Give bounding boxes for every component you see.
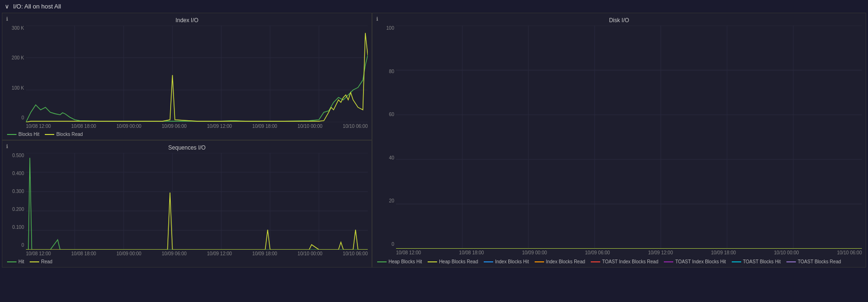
disk-io-y-axis: 100 80 60 40 20 0 — [376, 25, 396, 247]
sequences-io-panel: ℹ Sequences I/O 0.500 0.400 0.300 0.200 … — [2, 140, 372, 268]
disk-io-panel: ℹ Disk I/O 100 80 60 40 20 0 — [372, 13, 866, 268]
sequences-io-title: Sequences I/O — [6, 144, 368, 151]
index-io-panel: ℹ Index I/O 300 K 200 K 100 K 0 — [2, 13, 372, 140]
legend-blocks-read-line — [45, 134, 54, 135]
legend-toast-read: TOAST Blocks Read — [786, 259, 841, 264]
legend-toast-hit-line — [732, 261, 741, 262]
legend-blocks-hit: Blocks Hit — [7, 132, 39, 137]
index-io-svg — [26, 25, 368, 122]
legend-heap-read: Heap Blocks Read — [428, 259, 478, 264]
disk-io-x-axis: 10/08 12:00 10/08 18:00 10/09 00:00 10/0… — [396, 249, 862, 256]
disk-io-svg — [396, 25, 862, 249]
disk-io-info-icon[interactable]: ℹ — [376, 16, 378, 22]
sequences-io-legend: Hit Read — [6, 257, 368, 265]
sequences-io-x-axis: 10/08 12:00 10/08 18:00 10/09 00:00 10/0… — [26, 250, 368, 257]
legend-blocks-read: Blocks Read — [45, 132, 83, 137]
sequences-io-svg — [26, 153, 368, 250]
header-title: I/O: All on host All — [13, 3, 61, 10]
legend-read: Read — [30, 259, 52, 264]
legend-heap-read-line — [428, 261, 437, 262]
legend-heap-hit: Heap Blocks Hit — [377, 259, 422, 264]
sequences-io-y-axis: 0.500 0.400 0.300 0.200 0.100 0 — [6, 153, 26, 248]
legend-hit-line — [7, 261, 17, 262]
disk-io-chart-area: 100 80 60 40 20 0 — [376, 25, 862, 256]
legend-index-read-line — [535, 261, 544, 262]
legend-read-line — [30, 261, 39, 262]
legend-blocks-hit-line — [7, 134, 17, 135]
sequences-io-info-icon[interactable]: ℹ — [6, 143, 8, 150]
legend-toast-hit: TOAST Blocks Hit — [732, 259, 781, 264]
disk-io-title: Disk I/O — [376, 17, 862, 24]
legend-toast-read-line — [786, 261, 796, 262]
index-io-chart-area: 300 K 200 K 100 K 0 — [6, 25, 368, 130]
disk-io-legend: Heap Blocks Hit Heap Blocks Read Index B… — [376, 256, 862, 265]
legend-hit: Hit — [7, 259, 24, 264]
index-io-x-axis: 10/08 12:00 10/08 18:00 10/09 00:00 10/0… — [26, 122, 368, 130]
index-io-title: Index I/O — [6, 17, 368, 24]
index-io-legend: Blocks Hit Blocks Read — [6, 130, 368, 138]
legend-toast-index-read-line — [591, 261, 600, 262]
sequences-io-chart-area: 0.500 0.400 0.300 0.200 0.100 0 — [6, 153, 368, 257]
index-io-y-axis: 300 K 200 K 100 K 0 — [6, 25, 26, 120]
page-header[interactable]: ∨ I/O: All on host All — [0, 0, 868, 13]
legend-index-hit: Index Blocks Hit — [484, 259, 529, 264]
legend-index-hit-line — [484, 261, 493, 262]
legend-toast-index-read: TOAST Index Blocks Read — [591, 259, 658, 264]
index-io-info-icon[interactable]: ℹ — [6, 16, 8, 22]
legend-heap-hit-line — [377, 261, 387, 262]
legend-index-read: Index Blocks Read — [535, 259, 585, 264]
header-caret: ∨ — [5, 3, 9, 10]
legend-toast-index-hit: TOAST Index Blocks Hit — [664, 259, 726, 264]
legend-toast-index-hit-line — [664, 261, 673, 262]
